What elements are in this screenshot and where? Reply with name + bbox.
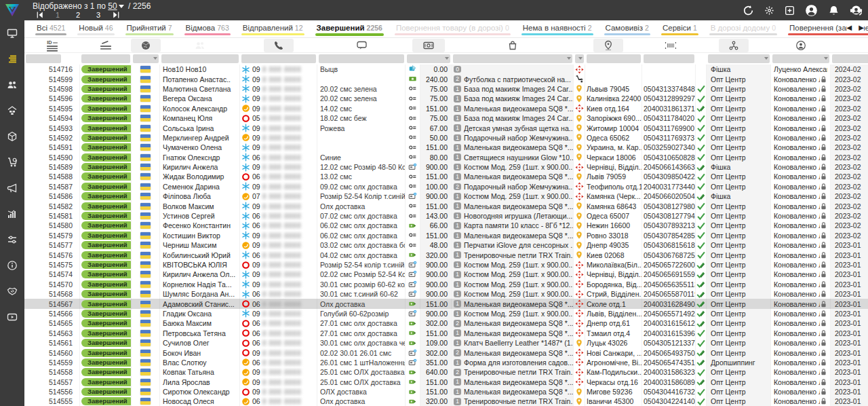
filter-input[interactable] <box>708 54 770 63</box>
order-row-514598[interactable]: 514598ЗавершенийМалютина Светлана098 888… <box>24 84 868 94</box>
refresh-icon[interactable] <box>743 5 754 16</box>
column-header-id[interactable]: ID <box>24 38 80 53</box>
tab-7[interactable]: Повернення товару (в дорозі)0 <box>389 20 516 37</box>
first-page-button[interactable] <box>33 11 47 19</box>
tab-9[interactable]: Самовивіз2 <box>599 20 656 37</box>
order-row-514575[interactable]: 514575ЗавершенийКВІТОВСЬКА ЮЛІЯ098 888 8… <box>24 260 868 270</box>
per-page-select[interactable]: 50 <box>108 1 117 11</box>
order-row-514587[interactable]: 514587ЗавершенийСеменюк Дарина098 888 88… <box>24 182 868 191</box>
filter-input[interactable] <box>644 54 694 63</box>
column-header-barcode[interactable] <box>642 38 696 53</box>
order-row-514592[interactable]: 514592ЗавершенийМерклингер Андрей098 888… <box>24 133 868 143</box>
column-header-money[interactable] <box>406 38 452 53</box>
order-row-514563[interactable]: 514563ЗавершенийПетровська Тетяна068 888… <box>24 329 868 338</box>
column-header-phone[interactable] <box>240 38 317 53</box>
tab-10[interactable]: Сервіси1 <box>656 20 704 37</box>
order-row-514595[interactable]: 514595ЗавершенийКолосок Александр098 888… <box>24 104 868 113</box>
bell-icon[interactable] <box>828 5 840 16</box>
filter-input[interactable] <box>587 54 641 63</box>
column-header-globe[interactable] <box>132 38 160 53</box>
add-square-icon[interactable] <box>785 5 795 16</box>
support-icon[interactable] <box>850 4 863 17</box>
tabs-scroll-right-icon[interactable]: ▶ <box>859 23 864 33</box>
order-row-514586[interactable]: 514586ЗавершенийФіліпова Люба078 888 888… <box>24 191 868 201</box>
sidebar-item-clients[interactable] <box>0 72 24 98</box>
last-page-button[interactable] <box>108 11 123 19</box>
column-header-comment[interactable] <box>317 38 406 53</box>
sidebar-item-products[interactable] <box>0 124 24 149</box>
filter-input[interactable] <box>575 54 584 63</box>
order-row-514568[interactable]: 514568ЗавершенийШумляс Богдана Ан...068 … <box>24 289 868 299</box>
order-row-514567[interactable]: 514567ЗавершенийАдамовский Станис...068 … <box>24 299 868 308</box>
order-row-514565[interactable]: 514565ЗавершенийБаюка Максим068 888 8888… <box>24 318 868 328</box>
order-row-514579[interactable]: 514579ЗавершенийКостишин Виктор098 888 8… <box>24 231 868 240</box>
order-row-514561[interactable]: 514561ЗавершенийСучилов Олег068 888 8888… <box>24 338 868 348</box>
filter-input[interactable] <box>772 54 829 63</box>
order-row-514580[interactable]: 514580ЗавершенийФесенко Константин068 88… <box>24 221 868 230</box>
sidebar-item-marketing[interactable] <box>0 175 24 201</box>
order-row-514556[interactable]: 514556ЗавершенийСиротюк Олександр098 888… <box>24 387 868 396</box>
order-row-514566[interactable]: 514566ЗавершенийГладик Оксана098 888 888… <box>24 309 868 318</box>
filter-dropdown-icon[interactable] <box>567 57 571 60</box>
order-row-514716[interactable]: 514716ЗавершенийНов10 Нов10098 888 8888В… <box>24 64 868 74</box>
column-header-bag[interactable] <box>452 38 574 53</box>
order-row-514593[interactable]: 514593ЗавершенийСольська Ірина098 888 88… <box>24 123 868 132</box>
column-header-person[interactable] <box>771 38 831 53</box>
filter-dropdown-icon[interactable] <box>578 57 583 60</box>
tab-6[interactable]: Завершений2256 <box>310 20 389 37</box>
order-row-514558[interactable]: 514558ЗавершенийКовпак Татьяна098 888 88… <box>24 367 868 377</box>
order-row-514591[interactable]: 514591ЗавершенийЧумаченко Олена098 888 8… <box>24 143 868 152</box>
sidebar-item-video-tutorials[interactable] <box>0 304 24 330</box>
order-row-514555[interactable]: 514555ЗавершенийНовосад Олеся068 888 888… <box>24 396 868 406</box>
column-header-share[interactable] <box>696 38 771 53</box>
order-row-514589[interactable]: 514589ЗавершенийКирилич Анжела098 888 88… <box>24 162 868 172</box>
order-row-514582[interactable]: 514582ЗавершенийВолков Максим098 888 888… <box>24 201 868 210</box>
filter-input[interactable] <box>241 54 316 63</box>
tabs-scroll-left-icon[interactable]: ◀ <box>847 23 852 33</box>
filter-input[interactable] <box>319 54 404 63</box>
tab-1[interactable]: Всі4521 <box>30 20 72 37</box>
filter-dropdown-icon[interactable] <box>824 57 828 60</box>
avatar-icon[interactable] <box>805 4 818 17</box>
order-row-514588[interactable]: 514588ЗавершенийЖидак Володимир068 888 8… <box>24 172 868 181</box>
order-row-514596[interactable]: 514596ЗавершенийВегера Оксана098 888 888… <box>24 94 868 103</box>
filter-dropdown-icon[interactable] <box>764 57 768 60</box>
column-header-status[interactable] <box>80 38 132 53</box>
order-row-514574[interactable]: 514574ЗавершенийКирилич Анжела Ол...098 … <box>24 270 868 279</box>
filter-input[interactable] <box>161 54 239 63</box>
sidebar-item-orders[interactable] <box>0 46 24 72</box>
column-header-pin[interactable] <box>574 38 642 53</box>
filter-dropdown-icon[interactable] <box>445 57 449 60</box>
page-button-1[interactable]: 1 <box>47 11 68 19</box>
sidebar-item-warehouse[interactable] <box>0 98 24 124</box>
sidebar-item-partners[interactable] <box>0 278 24 304</box>
sidebar-item-info[interactable] <box>0 253 24 278</box>
sidebar-item-purchases[interactable] <box>0 149 24 175</box>
filter-input[interactable] <box>81 54 130 63</box>
sidebar-item-statistics[interactable] <box>0 201 24 227</box>
filter-dropdown-icon[interactable] <box>153 57 157 60</box>
tab-3[interactable]: Прийнятий7 <box>120 20 179 37</box>
filter-input[interactable] <box>453 54 572 63</box>
order-row-514590[interactable]: 514590ЗавершенийГнатюк Олексндр068 888 8… <box>24 153 868 162</box>
sidebar-item-dashboard[interactable] <box>0 20 24 46</box>
page-button-3[interactable]: 3 <box>88 11 108 19</box>
order-row-514577[interactable]: 514577ЗавершенийЧерниш Максим098 888 888… <box>24 240 868 250</box>
page-button-2[interactable]: 2 <box>68 11 88 19</box>
order-row-514570[interactable]: 514570ЗавершенийКорнелюк Надія Та...098 … <box>24 280 868 289</box>
order-row-514557[interactable]: 514557ЗавершенийЛила Ярослав098 888 8888… <box>24 377 868 387</box>
filter-input[interactable] <box>832 54 868 63</box>
filter-input[interactable] <box>407 54 450 63</box>
order-row-514560[interactable]: 514560ЗавершенийБокоч Иван098 888 888802… <box>24 348 868 357</box>
tab-11[interactable]: В дорозі додому0 <box>704 20 783 37</box>
order-row-514594[interactable]: 514594ЗавершенийКомпанец Юля058 888 8888… <box>24 113 868 123</box>
tab-2[interactable]: Новый46 <box>72 20 119 37</box>
tab-8[interactable]: Нема в наявності2 <box>516 20 599 37</box>
order-row-514581[interactable]: 514581ЗавершенийУстинов Сергей068 888 88… <box>24 211 868 221</box>
app-logo-icon[interactable] <box>0 0 24 20</box>
filter-input[interactable] <box>26 54 61 63</box>
gear-icon[interactable] <box>764 5 774 16</box>
tab-5[interactable]: Відправлений12 <box>236 20 310 37</box>
order-row-514559[interactable]: 514559ЗавершенийВлас Слотюу068 888 88882… <box>24 358 868 367</box>
order-row-514599[interactable]: 514599ЗавершенийПотапенко Анастас..098 8… <box>24 74 868 84</box>
